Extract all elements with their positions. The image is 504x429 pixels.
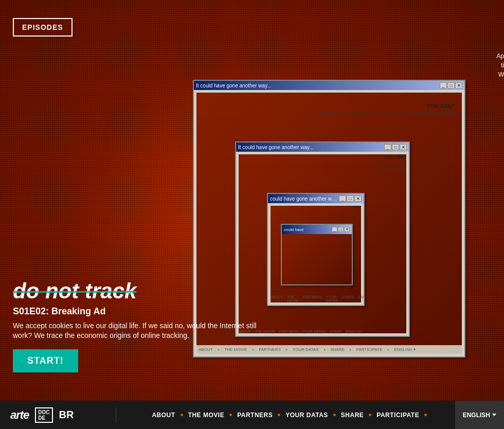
dialog-2-small-text: A community you are fromthat tells who y… xyxy=(370,160,406,172)
doc-logo: DOC DE xyxy=(35,407,52,423)
nav-item-share-3[interactable]: SHARE xyxy=(341,295,354,302)
minimize-btn-2[interactable]: _ xyxy=(384,144,391,150)
right-text-ap: Ap xyxy=(496,52,504,60)
nav-link-share[interactable]: SHARE xyxy=(336,412,369,419)
nav-item-lang-2[interactable]: ENGLISH xyxy=(346,330,362,333)
titlebar-4-title: could have xyxy=(284,227,332,232)
minimize-btn-1[interactable]: _ xyxy=(440,82,447,88)
nav-item-movie-3[interactable]: THE MOVIE xyxy=(287,295,299,302)
titlebar-1-buttons: _ □ ✕ xyxy=(440,82,462,88)
titlebar-3-title: could have gone another way... xyxy=(270,196,339,202)
dialog-4-content xyxy=(282,234,352,284)
maximize-btn-4[interactable]: □ xyxy=(338,227,344,232)
episodes-button[interactable]: EPISODES xyxy=(13,18,73,37)
nav-link-yourdatas[interactable]: YOUR DATAS xyxy=(280,412,333,419)
chevron-down-icon xyxy=(492,414,496,416)
titlebar-1: It could have gone another way... _ □ ✕ xyxy=(194,81,464,90)
maximize-btn-2[interactable]: □ xyxy=(392,144,399,150)
nav-dot-6 xyxy=(424,414,427,416)
minimize-btn-4[interactable]: _ xyxy=(332,227,337,232)
titlebar-4-buttons: _ □ ✕ xyxy=(332,227,350,232)
nav-link-participate[interactable]: PARTICIPATE xyxy=(371,412,424,419)
you-are-text-3: YOU xyxy=(352,205,361,209)
dialog-3-inner: YOU could have _ □ xyxy=(268,203,364,305)
right-text-w: W xyxy=(498,71,504,78)
titlebar-1-title: It could have gone another way... xyxy=(196,83,440,88)
titlebar-3-buttons: _ □ ✕ xyxy=(339,195,362,202)
arte-logo: arte xyxy=(10,408,29,422)
nav-link-about[interactable]: ABOUT xyxy=(147,412,180,419)
nav-dot-1c: • xyxy=(286,347,287,352)
nav-link-partners[interactable]: PARTNERS xyxy=(232,412,278,419)
right-text-ti: ti xyxy=(501,62,504,69)
you-are-text-2: YOU ARE xyxy=(384,154,405,159)
nav-item-share-2[interactable]: SHARE xyxy=(330,330,342,333)
start-button[interactable]: START! xyxy=(13,349,78,372)
nav-link-movie[interactable]: THE MOVIE xyxy=(183,412,230,419)
windows-dialog-4: could have _ □ ✕ xyxy=(281,224,353,285)
right-side-text: Ap ti W xyxy=(496,51,504,79)
close-btn-4[interactable]: ✕ xyxy=(344,227,350,232)
nav-item-data-2[interactable]: YOUR DATAS xyxy=(302,330,325,333)
nav-item-lang-1[interactable]: ENGLISH ▾ xyxy=(394,347,415,352)
dialog-4-screenshot xyxy=(282,234,352,284)
nav-item-participate-1[interactable]: PARTICIPATE xyxy=(356,347,383,352)
language-selector[interactable]: ENGLISH xyxy=(455,401,504,429)
titlebar-2-buttons: _ □ ✕ xyxy=(384,144,407,150)
close-btn-1[interactable]: ✕ xyxy=(455,82,462,88)
nav-item-partner-2[interactable]: PARTNERS xyxy=(279,330,298,333)
doc-logo-text: DOC xyxy=(38,409,49,415)
titlebar-2-title: It could have gone another way... xyxy=(238,145,384,150)
close-btn-3[interactable]: ✕ xyxy=(354,195,362,202)
episode-description: We accept cookies to live our digital li… xyxy=(13,321,270,341)
nav-dot-1e: • xyxy=(350,347,351,352)
dialog-3-content: YOU could have _ □ xyxy=(268,203,364,305)
br-logo: BR xyxy=(59,409,74,421)
windows-dialog-3: could have gone another way... _ □ ✕ xyxy=(267,193,365,306)
nav-item-partner-3[interactable]: PARTNERS xyxy=(303,295,322,302)
logo-section: arte DOC DE BR xyxy=(0,407,113,423)
nav-item-lang-3[interactable]: ENGLISH xyxy=(358,295,364,302)
nav-item-data-3[interactable]: YOUR DATAS xyxy=(326,295,337,302)
nav-divider xyxy=(116,407,116,423)
nav-item-share-1[interactable]: SHARE xyxy=(330,347,345,352)
episode-title: S01E02: Breaking Ad xyxy=(13,306,270,317)
nav-item-about-3[interactable]: ABOUT xyxy=(271,295,283,302)
titlebar-4: could have _ □ ✕ xyxy=(282,225,352,234)
doc-logo-sub: DE xyxy=(38,415,49,421)
maximize-btn-1[interactable]: □ xyxy=(447,82,455,88)
close-btn-2[interactable]: ✕ xyxy=(400,144,407,150)
titlebar-2: It could have gone another way... _ □ ✕ xyxy=(236,142,409,152)
nav-links: ABOUT THE MOVIE PARTNERS YOUR DATAS SHAR… xyxy=(119,412,455,419)
bottom-navigation: arte DOC DE BR ABOUT THE MOVIE PARTNERS … xyxy=(0,401,504,429)
minimize-btn-3[interactable]: _ xyxy=(339,195,346,202)
language-label: ENGLISH xyxy=(463,412,490,419)
nav-dot-1f: • xyxy=(387,347,389,352)
nav-dot-1d: • xyxy=(324,347,326,352)
show-title: do not track xyxy=(13,280,270,302)
title-section: do not track S01E02: Breaking Ad We acce… xyxy=(13,280,270,372)
maximize-btn-3[interactable]: □ xyxy=(347,195,354,202)
titlebar-3: could have gone another way... _ □ ✕ xyxy=(268,194,364,203)
dialog-1-small-text: A community you are from that tells who … xyxy=(316,111,459,116)
dialog-3-nav: ABOUT THE MOVIE PARTNERS YOUR DATAS SHAR… xyxy=(271,295,361,302)
you-are-text-1: YOU ARE* xyxy=(426,103,454,109)
nav-item-data-1[interactable]: YOUR DATAS xyxy=(293,347,319,352)
